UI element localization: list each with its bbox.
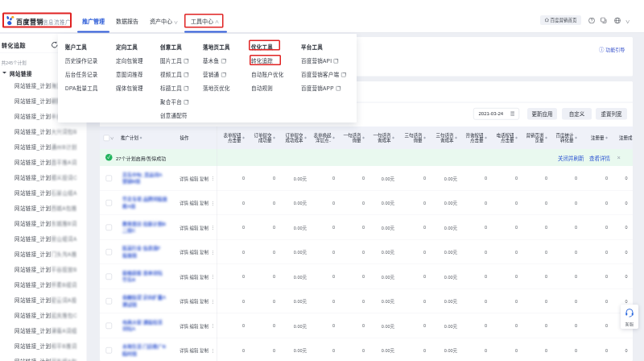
svg-text:?: ? (591, 19, 593, 23)
